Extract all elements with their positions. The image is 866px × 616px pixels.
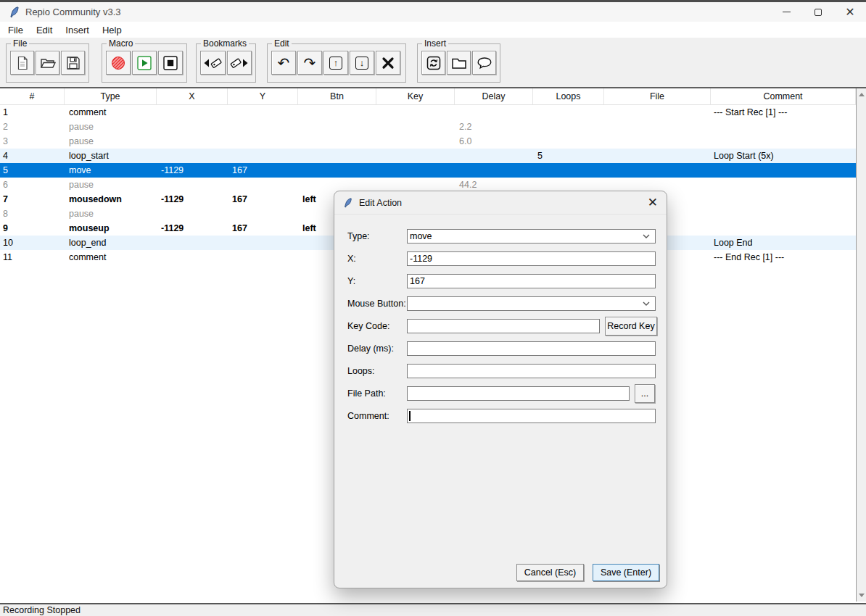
cancel-button[interactable]: Cancel (Esc)	[516, 564, 584, 581]
open-file-button[interactable]	[36, 51, 59, 75]
column-header[interactable]: Loops	[533, 88, 604, 104]
column-header[interactable]: Comment	[711, 88, 856, 104]
field-row-type: Type: move	[334, 229, 667, 243]
mouse-button-select[interactable]	[407, 296, 656, 311]
cell-btn	[298, 149, 376, 163]
loops-field[interactable]	[407, 364, 656, 378]
cell-comment: Loop End	[711, 236, 856, 250]
cell-x	[157, 105, 228, 120]
delay-field[interactable]	[407, 341, 656, 356]
new-file-button[interactable]	[10, 51, 34, 75]
cell-file	[604, 105, 711, 120]
field-row-loops: Loops:	[334, 364, 667, 378]
record-button[interactable]	[106, 51, 131, 75]
insert-comment-icon	[477, 57, 492, 70]
comment-field[interactable]	[407, 409, 656, 423]
x-field[interactable]	[407, 251, 656, 266]
play-button[interactable]	[132, 51, 157, 75]
insert-file-button[interactable]	[447, 51, 471, 75]
column-header[interactable]: Delay	[455, 88, 533, 104]
insert-comment-button[interactable]	[472, 51, 496, 75]
x-label: X:	[347, 254, 407, 264]
cell-loops	[533, 178, 604, 192]
redo-button[interactable]: ↷	[297, 51, 322, 75]
menu-help[interactable]: Help	[96, 23, 128, 37]
key-code-field[interactable]	[407, 319, 600, 333]
close-button[interactable]: ✕	[834, 2, 866, 22]
table-row[interactable]: 1comment--- Start Rec [1] ---	[0, 105, 856, 120]
menu-insert[interactable]: Insert	[59, 23, 96, 37]
cell-comment	[711, 163, 856, 178]
column-header[interactable]: Y	[228, 88, 298, 104]
delete-button[interactable]	[376, 51, 400, 75]
record-icon	[111, 56, 125, 70]
table-scrollbar[interactable]	[856, 88, 866, 602]
cell-delay	[455, 163, 533, 178]
save-icon	[66, 56, 81, 70]
cell-btn	[298, 105, 376, 120]
column-header[interactable]: Btn	[298, 88, 376, 104]
browse-file-button[interactable]: ...	[635, 384, 655, 403]
column-header[interactable]: X	[157, 88, 228, 104]
cell-x: -1129	[157, 221, 228, 236]
move-up-button[interactable]: ↑	[323, 51, 348, 75]
cell-x	[157, 236, 228, 250]
column-header[interactable]: File	[604, 88, 711, 104]
key-code-label: Key Code:	[347, 321, 407, 331]
field-row-x: X:	[334, 251, 667, 265]
column-header[interactable]: Type	[65, 88, 157, 104]
cell-delay	[455, 149, 533, 163]
cell-comment	[711, 192, 856, 207]
undo-button[interactable]: ↶	[271, 51, 296, 75]
save-button[interactable]: Save (Enter)	[593, 564, 659, 581]
move-down-button[interactable]: ↓	[350, 51, 374, 75]
cell-comment: --- Start Rec [1] ---	[711, 105, 856, 120]
save-file-button[interactable]	[61, 51, 85, 75]
table-row[interactable]: 6pause44.2	[0, 178, 856, 192]
cell-comment	[711, 178, 856, 192]
menu-edit[interactable]: Edit	[30, 23, 59, 37]
cell-x	[157, 120, 228, 134]
cell-y	[228, 105, 298, 120]
column-header[interactable]: Key	[376, 88, 455, 104]
mouse-button-label: Mouse Button:	[347, 299, 407, 309]
type-label: Type:	[347, 231, 407, 241]
new-file-icon	[15, 56, 30, 70]
type-select[interactable]: move	[407, 229, 656, 244]
cell-file	[604, 120, 711, 134]
cell-type: pause	[65, 207, 157, 221]
file-path-field[interactable]	[407, 386, 630, 401]
menu-file[interactable]: File	[1, 23, 30, 37]
dialog-buttons: Cancel (Esc) Save (Enter)	[516, 564, 659, 581]
field-row-mouse-button: Mouse Button:	[334, 296, 667, 310]
table-row[interactable]: 5move-1129167	[0, 163, 856, 178]
column-header[interactable]: #	[0, 88, 65, 104]
record-key-button[interactable]: Record Key	[605, 317, 657, 336]
group-label-file: File	[11, 38, 29, 49]
y-field[interactable]	[407, 274, 656, 288]
minimize-button[interactable]	[770, 2, 802, 22]
cell-y	[228, 207, 298, 221]
cell-loops	[533, 120, 604, 134]
table-row[interactable]: 4loop_start5Loop Start (5x)	[0, 149, 856, 163]
type-select-value: move	[410, 231, 432, 241]
table-row[interactable]: 2pause2.2	[0, 120, 856, 134]
cell-comment	[711, 134, 856, 149]
undo-icon: ↶	[278, 56, 290, 70]
maximize-button[interactable]	[802, 2, 834, 22]
cell-y: 167	[228, 163, 298, 178]
app-feather-icon	[9, 7, 20, 18]
insert-loop-button[interactable]	[421, 51, 445, 75]
cell-delay	[455, 105, 533, 120]
cell-type: pause	[65, 120, 157, 134]
table-row[interactable]: 3pause6.0	[0, 134, 856, 149]
dialog-close-icon[interactable]: ✕	[648, 196, 658, 209]
bookmark-next-button[interactable]	[227, 51, 252, 75]
bookmark-previous-button[interactable]	[200, 51, 226, 75]
cell-num: 7	[0, 192, 65, 207]
stop-button[interactable]	[158, 51, 183, 75]
cell-comment	[711, 221, 856, 236]
scroll-up-icon[interactable]	[859, 93, 865, 96]
window-title: Repio Community v3.3	[25, 7, 121, 17]
scroll-down-icon[interactable]	[859, 594, 865, 597]
